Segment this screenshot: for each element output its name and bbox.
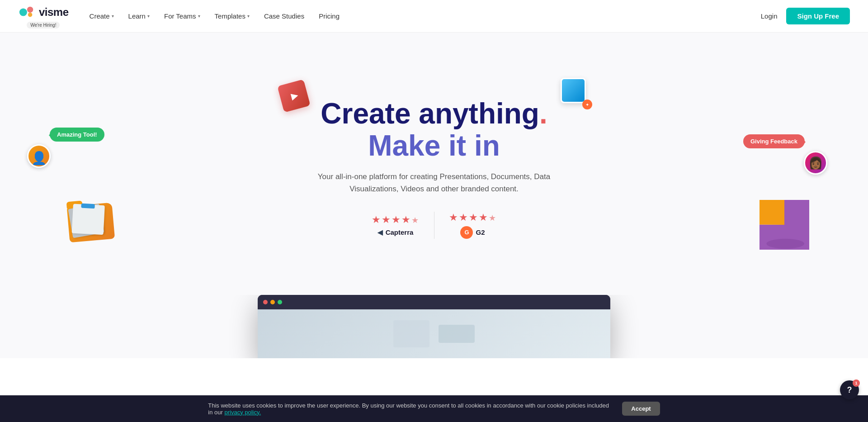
g2-rating: ★★★★★ G G2 [434, 212, 511, 239]
login-button[interactable]: Login [761, 12, 778, 20]
capterra-label: Capterra [386, 228, 414, 236]
capterra-nav-icon: ◀ [377, 228, 383, 237]
g2-label: G2 [476, 228, 485, 236]
svg-point-0 [19, 8, 27, 16]
male-avatar-icon: 👤 [31, 151, 47, 166]
image-frame-icon [561, 78, 586, 103]
folder-icon [61, 193, 119, 243]
hero-title-line2: Make it in [321, 130, 547, 161]
browser-bar [258, 295, 610, 309]
float-image-cursor: ✦ [561, 78, 593, 110]
svg-point-2 [28, 13, 33, 17]
nav-link-learn[interactable]: Learn ▾ [122, 9, 156, 24]
logo[interactable]: visme [18, 4, 69, 21]
capterra-rating: ★★★★★ ◀ Capterra [357, 214, 434, 237]
nav-left: visme We're Hiring! Create ▾ Learn ▾ For… [18, 4, 346, 28]
capterra-platform: ◀ Capterra [377, 228, 414, 237]
browser-dot-yellow [270, 300, 275, 304]
g2-platform: G G2 [460, 226, 485, 239]
browser-placeholder [258, 309, 610, 358]
float-play-icon [280, 82, 307, 109]
float-giving-feedback: Giving Feedback 👩🏾 [743, 134, 827, 175]
cursor-icon: ✦ [582, 100, 592, 109]
float-pie-chart [760, 200, 809, 250]
giving-feedback-bubble: Giving Feedback [743, 134, 805, 148]
nav-link-pricing[interactable]: Pricing [312, 9, 346, 24]
title-dot: . [539, 97, 547, 130]
browser-content [258, 309, 610, 358]
hero-section: ✦ Amazing Tool! 👤 Giving Feedback 👩🏾 [0, 33, 868, 295]
nav-right: Login Sign Up Free [761, 8, 850, 24]
image-cursor-wrap: ✦ [561, 78, 593, 110]
signup-button[interactable]: Sign Up Free [786, 8, 850, 24]
pie-chart [760, 200, 809, 250]
svg-point-1 [27, 7, 33, 13]
logo-icon [18, 4, 35, 21]
nav-link-create[interactable]: Create ▾ [83, 9, 120, 24]
svg-point-4 [764, 205, 804, 245]
chevron-down-icon: ▾ [247, 14, 250, 19]
svg-rect-6 [393, 320, 429, 347]
avatar-male: 👤 [27, 144, 51, 168]
logo-wrap[interactable]: visme We're Hiring! [18, 4, 69, 28]
navbar: visme We're Hiring! Create ▾ Learn ▾ For… [0, 0, 868, 33]
ratings-row: ★★★★★ ◀ Capterra ★★★★★ G G2 [357, 212, 511, 239]
float-amazing-tool: Amazing Tool! 👤 [27, 128, 104, 168]
chevron-down-icon: ▾ [112, 14, 114, 19]
folder-doc-1 [72, 204, 105, 235]
chevron-down-icon: ▾ [147, 14, 150, 19]
hero-title: Create anything. Make it in [321, 98, 547, 161]
browser-dot-red [263, 300, 268, 304]
svg-point-5 [766, 239, 804, 249]
float-folder [63, 195, 118, 241]
pie-chart-svg [760, 200, 809, 250]
nav-link-for-teams[interactable]: For Teams ▾ [158, 9, 207, 24]
nav-link-templates[interactable]: Templates ▾ [208, 9, 256, 24]
video-preview-section [0, 295, 868, 358]
logo-text: visme [39, 6, 69, 19]
capterra-stars: ★★★★★ [372, 214, 420, 226]
preview-graphic [389, 316, 479, 352]
hero-subtitle: Your all-in-one platform for creating Pr… [316, 171, 552, 195]
amazing-tool-bubble: Amazing Tool! [50, 128, 104, 142]
hero-title-line1: Create anything. [321, 98, 547, 129]
svg-rect-7 [439, 325, 475, 343]
browser-dot-green [278, 300, 282, 304]
g2-badge-icon: G [460, 226, 473, 239]
avatar-female: 👩🏾 [804, 151, 827, 175]
chevron-down-icon: ▾ [198, 14, 200, 19]
nav-links: Create ▾ Learn ▾ For Teams ▾ Templates ▾… [83, 9, 346, 24]
hiring-badge[interactable]: We're Hiring! [27, 22, 60, 28]
browser-mockup [258, 295, 610, 358]
nav-link-case-studies[interactable]: Case Studies [258, 9, 311, 24]
g2-stars: ★★★★★ [449, 212, 497, 223]
play-shape [277, 79, 310, 112]
folder-clip [81, 204, 94, 209]
